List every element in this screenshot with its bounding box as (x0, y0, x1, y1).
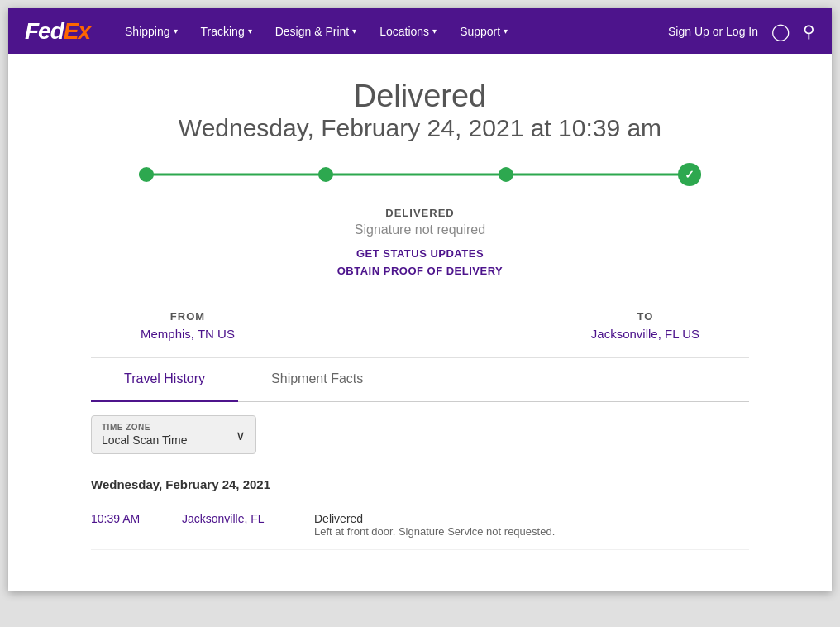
status-title: Delivered (91, 79, 749, 114)
nav-items: Shipping ▾ Tracking ▾ Design & Print ▾ L… (115, 18, 668, 45)
nav-label-locations: Locations (379, 25, 429, 38)
travel-time: 10:39 AM (91, 512, 165, 538)
tab-shipment-facts[interactable]: Shipment Facts (238, 358, 396, 402)
chevron-down-icon: ∨ (236, 427, 246, 443)
delivery-label: DELIVERED (91, 207, 749, 219)
nav-right: Sign Up or Log In ◯ ⚲ (668, 22, 815, 41)
travel-history-section: TIME ZONE Local Scan Time ∨ Wednesday, F… (91, 402, 749, 567)
obtain-proof-link[interactable]: OBTAIN PROOF OF DELIVERY (91, 265, 749, 277)
progress-dot-4-check: ✓ (678, 163, 701, 186)
nav-label-support: Support (460, 25, 500, 38)
from-value: Memphis, TN US (141, 327, 235, 341)
chevron-down-icon: ▾ (352, 26, 356, 36)
travel-entry: 10:39 AM Jacksonville, FL Delivered Left… (91, 500, 749, 550)
chevron-down-icon: ▾ (432, 26, 437, 36)
fedex-logo[interactable]: FedEx (25, 18, 90, 45)
progress-dot-3 (499, 167, 513, 182)
to-label: TO (591, 310, 699, 323)
progress-bar: ✓ (139, 163, 701, 186)
logo-ex: Ex (64, 18, 90, 45)
travel-status-main: Delivered (314, 512, 555, 525)
chevron-down-icon: ▾ (248, 26, 252, 36)
nav-label-tracking: Tracking (201, 25, 245, 38)
nav-item-shipping[interactable]: Shipping ▾ (115, 18, 188, 45)
tabs: Travel History Shipment Facts (91, 358, 749, 402)
progress-section: ✓ (91, 163, 749, 186)
progress-dot-2 (318, 167, 333, 182)
timezone-selector[interactable]: TIME ZONE Local Scan Time ∨ (91, 415, 256, 454)
navigation-bar: FedEx Shipping ▾ Tracking ▾ Design & Pri… (8, 8, 832, 54)
from-block: FROM Memphis, TN US (141, 310, 235, 341)
progress-dot-1 (139, 167, 154, 182)
nav-item-design-print[interactable]: Design & Print ▾ (265, 18, 366, 45)
to-value: Jacksonville, FL US (591, 327, 699, 341)
travel-location: Jacksonville, FL (182, 512, 298, 538)
from-label: FROM (141, 310, 235, 323)
nav-item-locations[interactable]: Locations ▾ (370, 18, 446, 45)
nav-item-support[interactable]: Support ▾ (450, 18, 518, 45)
timezone-label: TIME ZONE (102, 423, 222, 432)
from-to-section: FROM Memphis, TN US TO Jacksonville, FL … (91, 294, 749, 358)
tab-travel-history[interactable]: Travel History (91, 358, 238, 402)
nav-item-tracking[interactable]: Tracking ▾ (191, 18, 262, 45)
chevron-down-icon: ▾ (504, 26, 508, 36)
get-status-updates-link[interactable]: GET STATUS UPDATES (91, 247, 749, 260)
delivery-info: DELIVERED Signature not required GET STA… (91, 207, 749, 277)
delivery-sublabel: Signature not required (91, 223, 749, 237)
nav-label-shipping: Shipping (125, 25, 170, 38)
search-icon[interactable]: ⚲ (803, 22, 815, 41)
progress-line (139, 174, 701, 176)
status-section: Delivered Wednesday, February 24, 2021 a… (91, 79, 749, 142)
user-icon[interactable]: ◯ (771, 22, 790, 41)
timezone-value: Local Scan Time (102, 433, 222, 447)
to-block: TO Jacksonville, FL US (591, 310, 699, 341)
chevron-down-icon: ▾ (174, 26, 178, 36)
status-date: Wednesday, February 24, 2021 at 10:39 am (91, 114, 749, 142)
nav-label-design-print: Design & Print (275, 25, 349, 38)
logo-fed: Fed (25, 18, 64, 45)
signin-button[interactable]: Sign Up or Log In (668, 25, 758, 38)
travel-status: Delivered Left at front door. Signature … (314, 512, 555, 538)
travel-date-header: Wednesday, February 24, 2021 (91, 467, 749, 500)
travel-status-sub: Left at front door. Signature Service no… (314, 525, 555, 538)
main-content: Delivered Wednesday, February 24, 2021 a… (8, 54, 832, 591)
